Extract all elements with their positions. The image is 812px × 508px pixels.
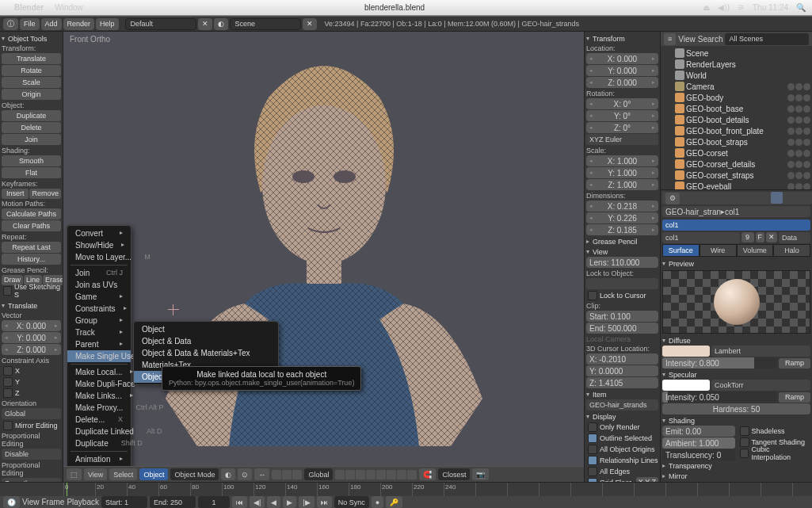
ctx-track[interactable]: Track	[67, 327, 131, 338]
history-button[interactable]: History...	[2, 254, 61, 265]
repeat-last-button[interactable]: Repeat Last	[2, 242, 61, 253]
start-frame-field[interactable]: Start: 1	[101, 496, 147, 508]
layout-dropdown[interactable]: Default	[125, 18, 196, 30]
display-section-title[interactable]: Display	[586, 411, 658, 422]
object-menu[interactable]: Object	[139, 468, 168, 480]
ctx-show-hide[interactable]: Show/Hide	[67, 239, 131, 251]
cubic-check[interactable]: Cubic Interpolation	[738, 448, 811, 458]
outliner-item[interactable]: GEO-boot_base	[675, 103, 810, 114]
layout-add-icon[interactable]: ✕	[198, 18, 212, 30]
snap-target-dropdown[interactable]: Closest	[438, 468, 470, 480]
rotate-gizmo-icon[interactable]	[282, 470, 292, 479]
modifiers-tab-icon[interactable]	[745, 192, 757, 204]
all-origins-check[interactable]: All Object Origins	[586, 444, 658, 454]
physics-tab-icon[interactable]	[809, 192, 812, 204]
origin-button[interactable]: Origin	[2, 89, 61, 100]
render-tab-icon[interactable]	[682, 192, 694, 204]
translucency-slider[interactable]: Translucency: 0	[662, 449, 735, 460]
layer-icon[interactable]	[376, 470, 386, 479]
outliner-item[interactable]: GEO-corset_details	[675, 159, 810, 170]
outliner-item[interactable]: GEO-boot_details	[675, 114, 810, 125]
flat-button[interactable]: Flat	[2, 167, 61, 178]
clip-end[interactable]: End: 500.000	[586, 323, 658, 334]
auto-keyframe-icon[interactable]: ●	[372, 496, 383, 508]
dim-x[interactable]: ◂X: 0.218▸	[586, 201, 658, 212]
mirror-editing-check[interactable]: Mirror Editing	[2, 420, 61, 430]
specular-shader-dropdown[interactable]: CookTorr	[711, 380, 810, 391]
ctx-make-dupli-face[interactable]: Make Dupli-Face	[67, 378, 131, 390]
ctx-join[interactable]: JoinCtrl J	[67, 267, 131, 279]
rel-lines-check[interactable]: Relationship Lines	[586, 455, 658, 465]
ctx-delete-[interactable]: Delete...X	[67, 414, 131, 426]
diffuse-title[interactable]: Diffuse	[662, 335, 810, 346]
ambient-slider[interactable]: Ambient: 1.000	[662, 437, 735, 449]
specular-title[interactable]: Specular	[662, 369, 810, 380]
smooth-button[interactable]: Smooth	[2, 155, 61, 166]
specular-ramp-button[interactable]: Ramp	[779, 392, 810, 403]
timeline-type-icon[interactable]: 🕐	[3, 496, 20, 508]
pivot-icon[interactable]: ⊙	[238, 468, 252, 480]
only-render-check[interactable]: Only Render	[586, 422, 658, 432]
texture-tab-icon[interactable]	[783, 192, 795, 204]
cursor-x[interactable]: X: -0.2010	[586, 353, 658, 365]
mirror-section[interactable]: Mirror	[662, 471, 810, 481]
search-icon[interactable]: 🔍	[796, 3, 806, 12]
scale-x[interactable]: ◂X: 1.000▸	[586, 155, 658, 166]
snap-icon[interactable]: 🧲	[419, 468, 436, 480]
menu-render[interactable]: Render	[63, 18, 95, 30]
layer-icon[interactable]	[397, 470, 406, 479]
rot-x[interactable]: ◂X: 0°▸	[586, 98, 658, 109]
outliner-item[interactable]: GEO-body	[675, 92, 810, 103]
loc-z[interactable]: ◂Z: 0.000▸	[586, 77, 658, 88]
material-tab-icon[interactable]	[771, 192, 783, 204]
orientation-dropdown[interactable]: Global	[2, 408, 61, 419]
keyingset-icon[interactable]: 🔑	[386, 496, 402, 508]
spotlight-icon[interactable]: ⏏	[703, 3, 710, 12]
scale-z[interactable]: ◂Z: 1.000▸	[586, 179, 658, 190]
constraints-tab-icon[interactable]	[733, 192, 745, 204]
editor-type-icon[interactable]: ⓘ	[3, 18, 18, 30]
layer-icon[interactable]	[407, 470, 417, 479]
cursor-z[interactable]: Z: 1.4105	[586, 377, 658, 388]
view-section-title[interactable]: View	[586, 246, 658, 257]
constraint-z[interactable]: Z	[2, 388, 61, 398]
diffuse-shader-dropdown[interactable]: Lambert	[711, 346, 810, 357]
end-frame-field[interactable]: End: 250	[150, 496, 196, 508]
viewport[interactable]: Front Ortho	[63, 32, 584, 482]
diffuse-color[interactable]	[662, 346, 710, 357]
material-link-dropdown[interactable]: Data	[779, 232, 810, 243]
ctx-group[interactable]: Group	[67, 315, 131, 327]
jump-end-icon[interactable]: ⏭	[317, 496, 332, 508]
dim-y[interactable]: ◂Y: 0.226▸	[586, 212, 658, 223]
dim-z[interactable]: ◂Z: 0.185▸	[586, 224, 658, 235]
material-name-field[interactable]: col1	[662, 232, 740, 243]
ctx-make-local-[interactable]: Make Local...	[67, 366, 131, 378]
viewport-shading-icon[interactable]: ◐	[221, 468, 235, 480]
scene-add-icon[interactable]: ✕	[303, 18, 317, 30]
world-tab-icon[interactable]	[707, 192, 719, 204]
view-menu[interactable]: View	[84, 468, 107, 480]
datablock-path[interactable]: GEO-hair_stran ▸ col1	[662, 206, 810, 217]
orientation-dropdown[interactable]: Global	[304, 468, 333, 480]
object-tools-title[interactable]: Object Tools	[2, 33, 61, 44]
emit-field[interactable]: Emit: 0.00	[662, 426, 735, 437]
outliner-item[interactable]: RenderLayers	[675, 59, 810, 70]
play-icon[interactable]: ▶	[283, 496, 296, 508]
constraint-y[interactable]: Y	[2, 376, 61, 387]
outliner-item[interactable]: GEO-corset_straps	[675, 170, 810, 181]
outliner-item[interactable]: GEO-corset	[675, 147, 810, 159]
layer-icon[interactable]	[345, 470, 355, 479]
outliner-search-menu[interactable]: Search	[698, 35, 723, 44]
vector-z[interactable]: ◂Z: 0.000▸	[2, 344, 61, 355]
timeline-frame-menu[interactable]: Frame	[42, 498, 65, 506]
diffuse-ramp-button[interactable]: Ramp	[779, 358, 810, 369]
ctx-parent[interactable]: Parent	[67, 338, 131, 350]
rot-y[interactable]: ◂Y: 0°▸	[586, 110, 658, 121]
timeline-playback-menu[interactable]: Playback	[67, 498, 99, 506]
data-tab-icon[interactable]	[758, 192, 770, 204]
preview-title[interactable]: Preview	[662, 258, 810, 269]
outliner-item[interactable]: Camera	[675, 81, 810, 92]
manipulator-icon[interactable]: ↔	[254, 468, 269, 480]
specular-color[interactable]	[662, 380, 710, 391]
outliner-item[interactable]: GEO-boot_front_plate	[675, 125, 810, 136]
